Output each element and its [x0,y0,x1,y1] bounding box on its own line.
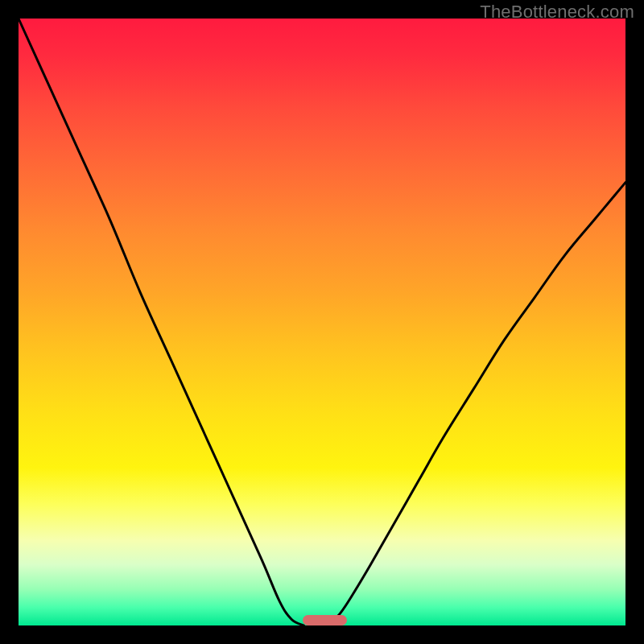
optimum-marker [303,615,347,625]
watermark-text: TheBottleneck.com [480,2,634,23]
curve-left [19,19,303,625]
curve-right [328,183,626,625]
chart-curves [19,19,625,625]
